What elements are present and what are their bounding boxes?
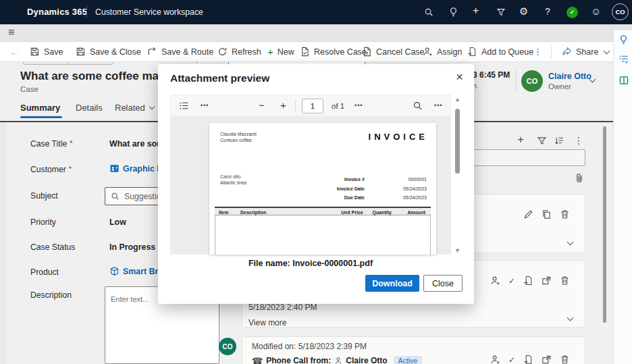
related-chevron-icon[interactable]	[149, 104, 155, 109]
share-button[interactable]: Share	[562, 47, 609, 57]
cancel-case-icon	[362, 47, 372, 57]
add-to-queue-icon[interactable]	[523, 355, 533, 364]
status-badge: Active	[394, 356, 423, 364]
owner-chevron-icon[interactable]	[589, 76, 596, 83]
user-avatar[interactable]: CO	[612, 3, 629, 20]
trash-icon[interactable]	[560, 355, 570, 364]
zoom-out-icon[interactable]: −	[259, 100, 265, 110]
invoice-from-block: Claudia Mazzanti Contoso coffee	[220, 132, 257, 143]
save-close-icon	[76, 47, 86, 57]
assign-person-icon[interactable]	[490, 355, 500, 364]
status-check-badge[interactable]: ✓	[567, 7, 578, 18]
assign-button[interactable]: Assign	[423, 47, 463, 57]
invoice-no-label: Invoice #	[311, 177, 365, 182]
owner-avatar[interactable]: CO	[521, 70, 543, 92]
phone-call-person[interactable]: Claire Otto	[346, 356, 387, 364]
page-count-label: of 1	[332, 102, 344, 110]
expand-chevron-icon[interactable]	[567, 315, 574, 321]
col-amount: Amount	[408, 210, 425, 215]
share-icon	[562, 47, 572, 57]
download-button[interactable]: Download	[365, 275, 419, 292]
feedback-smiley-icon[interactable]: ☺	[591, 6, 601, 16]
view-more-link[interactable]: View more	[248, 318, 286, 328]
back-arrow-icon[interactable]: ←	[9, 47, 20, 57]
timeline-card-phone-call-2[interactable]: Modified on: 5/18/2023 2:39 PM ☎ Phone C…	[242, 336, 585, 364]
brand-divider	[86, 5, 87, 18]
hamburger-menu-icon[interactable]: ≡	[8, 27, 14, 38]
commandbar-overflow-icon[interactable]: ⋮	[533, 47, 542, 56]
convert-icon[interactable]	[542, 276, 552, 286]
owner-name-link[interactable]: Claire Otto	[548, 72, 591, 81]
save-close-button[interactable]: Save & Close	[76, 47, 141, 57]
resolve-case-icon	[300, 47, 310, 57]
timeline-add-icon[interactable]: +	[517, 134, 524, 145]
search-icon[interactable]	[424, 7, 433, 17]
page-number-input[interactable]: 1	[302, 99, 323, 113]
attachment-paperclip-icon[interactable]	[574, 172, 585, 184]
edit-pencil-icon[interactable]	[523, 209, 533, 219]
cancel-case-button[interactable]: Cancel Case	[362, 47, 425, 57]
tab-related[interactable]: Related	[115, 103, 145, 113]
add-to-queue-icon[interactable]	[523, 276, 533, 286]
timeline-scrollbar[interactable]	[603, 126, 606, 323]
save-route-button[interactable]: Save & Route	[147, 47, 213, 57]
add-to-queue-button[interactable]: Add to Queue	[467, 47, 533, 57]
case-status-label: Case Status	[30, 242, 75, 252]
new-button[interactable]: + New	[267, 47, 294, 57]
resolve-case-label: Resolve Case	[314, 47, 367, 57]
invoice-page: Claudia Mazzanti Contoso coffee INVOICE …	[209, 123, 436, 255]
complete-check-icon[interactable]: ✓	[508, 356, 515, 364]
col-description: Description	[240, 210, 267, 215]
timeline-sort-icon[interactable]	[554, 136, 564, 146]
lightbulb-icon[interactable]	[448, 7, 458, 17]
add-to-queue-icon	[467, 47, 477, 57]
refresh-label: Refresh	[232, 47, 261, 57]
save-route-icon	[147, 47, 157, 57]
priority-value[interactable]: Low	[109, 217, 126, 227]
trash-icon[interactable]	[560, 209, 570, 219]
priority-label: Priority	[30, 217, 56, 227]
case-status-value[interactable]: In Progress	[109, 242, 155, 252]
filter-icon[interactable]	[496, 7, 506, 17]
pdf-more-icon-3[interactable]: •••	[434, 103, 442, 109]
knowledge-book-icon[interactable]	[618, 75, 629, 86]
pdf-outline-icon[interactable]	[179, 101, 189, 111]
assign-person-icon[interactable]	[490, 276, 500, 286]
tasks-list-icon[interactable]	[618, 54, 629, 64]
contact-card-icon	[109, 163, 120, 176]
pdf-search-icon[interactable]	[413, 101, 423, 111]
resolve-case-button[interactable]: Resolve Case	[300, 47, 367, 57]
suggestions-bulb-icon[interactable]	[618, 34, 629, 45]
pdf-more-icon[interactable]: •••	[201, 103, 209, 109]
close-button[interactable]: Close	[423, 275, 463, 292]
save-button[interactable]: Save	[30, 47, 63, 57]
pdf-scroll-down-icon[interactable]: ▼	[454, 248, 460, 254]
zoom-in-icon[interactable]: +	[280, 100, 286, 110]
expand-chevron-icon[interactable]	[567, 239, 574, 246]
timeline-filter-icon[interactable]	[537, 136, 547, 146]
share-chevron-icon	[604, 47, 610, 54]
timeline-more-icon[interactable]: ⋮	[574, 136, 583, 145]
timeline-avatar-initials: CO	[223, 343, 233, 350]
required-asterisk: *	[69, 165, 72, 173]
pdf-more-icon-2[interactable]: •••	[354, 103, 363, 109]
pdf-viewer-area: Claudia Mazzanti Contoso coffee INVOICE …	[170, 116, 451, 255]
refresh-button[interactable]: Refresh	[217, 47, 261, 57]
settings-gear-icon[interactable]: ⚙	[519, 6, 528, 16]
pdf-scrollbar-thumb[interactable]	[455, 109, 460, 174]
convert-icon[interactable]	[542, 355, 552, 364]
commandbar-divider	[551, 45, 552, 59]
refresh-icon	[217, 47, 228, 57]
help-icon[interactable]: ?	[545, 7, 550, 16]
complete-check-icon[interactable]: ✓	[508, 277, 515, 285]
tab-summary[interactable]: Summary	[20, 103, 60, 113]
plus-icon[interactable]: +	[473, 5, 479, 16]
save-close-label: Save & Close	[90, 47, 141, 57]
tab-details[interactable]: Details	[76, 103, 103, 113]
trash-icon[interactable]	[560, 276, 570, 286]
add-to-queue-label: Add to Queue	[481, 47, 533, 57]
header-divider	[516, 70, 517, 92]
copy-icon[interactable]	[542, 209, 552, 219]
dialog-close-icon[interactable]: ×	[456, 70, 463, 83]
pdf-scroll-up-icon[interactable]: ▲	[454, 97, 460, 103]
